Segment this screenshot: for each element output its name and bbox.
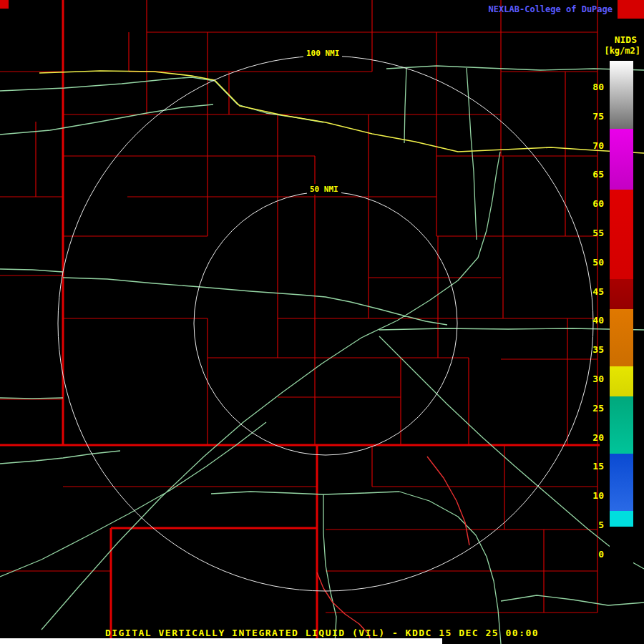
top-left-red-block bbox=[0, 0, 9, 9]
colorbar-gradient bbox=[610, 61, 633, 569]
colorbar-segment bbox=[610, 396, 633, 454]
green-roads bbox=[0, 66, 644, 644]
data-source-label: NEXLAB-College of DuPage bbox=[489, 4, 613, 14]
product-title-bar: DIGITAL VERTICALLY INTEGRATED LIQUID (VI… bbox=[0, 628, 644, 638]
colorbar-tick-label: 70 bbox=[582, 141, 604, 151]
radar-map bbox=[0, 0, 644, 644]
colorbar-tick-label: 25 bbox=[582, 404, 604, 414]
colorbar-segment bbox=[610, 309, 633, 366]
colorbar-tick-label: 80 bbox=[582, 82, 604, 92]
range-ring-50nmi bbox=[194, 192, 457, 455]
colorbar-segment bbox=[610, 190, 633, 279]
state-border-thick bbox=[0, 0, 600, 644]
colorbar-segment bbox=[610, 527, 633, 569]
county-borders-layer bbox=[0, 0, 600, 644]
colorbar-tick-label: 10 bbox=[582, 491, 604, 501]
colorbar-tick-label: 15 bbox=[582, 462, 604, 472]
colorbar-title: NIDS bbox=[615, 34, 637, 45]
range-ring-100nmi bbox=[58, 56, 593, 591]
colorbar-tick-label: 5 bbox=[582, 520, 604, 530]
colorbar-tick-label: 75 bbox=[582, 112, 604, 122]
colorbar-segment bbox=[610, 366, 633, 396]
roads-layer bbox=[0, 66, 644, 644]
colorbar-tick-label: 65 bbox=[582, 170, 604, 180]
colorbar-segment bbox=[610, 279, 633, 309]
colorbar-ticks: 80757065605550454035302520151050 bbox=[582, 61, 604, 569]
colorbar-segment bbox=[610, 454, 633, 511]
colorbar-units: [kg/m2] bbox=[604, 46, 640, 56]
colorbar-tick-label: 30 bbox=[582, 374, 604, 384]
colorbar-tick-label: 55 bbox=[582, 228, 604, 238]
colorbar-tick-label: 20 bbox=[582, 433, 604, 443]
range-rings-layer bbox=[58, 56, 593, 591]
range-ring-label-100nmi: 100 NMI bbox=[303, 48, 342, 59]
red-roads bbox=[317, 457, 469, 644]
colorbar-tick-label: 35 bbox=[582, 345, 604, 355]
range-ring-label-50nmi: 50 NMI bbox=[307, 184, 341, 195]
colorbar-tick-label: 40 bbox=[582, 316, 604, 326]
colorbar-tick-label: 0 bbox=[582, 550, 604, 560]
footer-white-bar bbox=[0, 638, 442, 644]
colorbar-segment bbox=[610, 61, 633, 129]
colorbar-tick-label: 50 bbox=[582, 258, 604, 268]
colorbar-segment bbox=[610, 129, 633, 190]
colorbar-tick-label: 60 bbox=[582, 199, 604, 209]
colorbar-segment bbox=[610, 511, 633, 527]
colorbar-tick-label: 45 bbox=[582, 287, 604, 297]
radar-display: 100 NMI 50 NMI NEXLAB-College of DuPage … bbox=[0, 0, 644, 644]
top-right-red-block bbox=[618, 0, 644, 19]
